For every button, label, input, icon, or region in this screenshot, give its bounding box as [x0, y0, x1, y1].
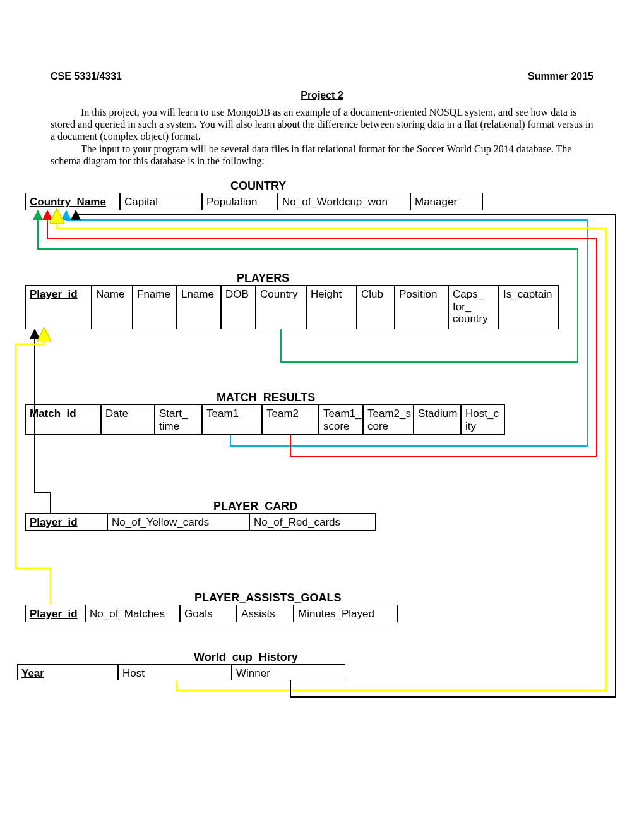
- pag-col-matches: No_of_Matches: [85, 605, 180, 622]
- country-col-manager: Manager: [410, 193, 483, 210]
- mr-col-stadium: Stadium: [414, 404, 461, 435]
- project-title: Project 2: [0, 90, 644, 101]
- players-col-club: Club: [357, 285, 395, 329]
- pag-col-player-id: Player_id: [25, 605, 85, 622]
- mr-col-match-id: Match_id: [25, 404, 101, 435]
- intro-paragraphs: In this project, you will learn to use M…: [51, 106, 593, 167]
- players-col-dob: DOB: [221, 285, 256, 329]
- players-col-fname: Fname: [133, 285, 177, 329]
- pc-col-player-id: Player_id: [25, 513, 107, 531]
- players-col-name: Name: [92, 285, 133, 329]
- player-card-title: PLAYER_CARD: [213, 500, 297, 513]
- pag-col-minutes: Minutes_Played: [294, 605, 398, 622]
- mr-col-host-city: Host_c ity: [461, 404, 505, 435]
- country-title: COUNTRY: [230, 179, 286, 193]
- arrow-pag-to-players: [16, 331, 51, 605]
- pc-col-red-cards: No_of_Red_cards: [249, 513, 376, 531]
- mr-col-date: Date: [101, 404, 155, 435]
- wch-col-year: Year: [17, 664, 118, 680]
- mr-col-team1-score: Team1_ score: [319, 404, 363, 435]
- country-col-capital: Capital: [120, 193, 202, 210]
- match-results-title: MATCH_RESULTS: [217, 391, 315, 404]
- players-col-height: Height: [306, 285, 357, 329]
- wch-col-host: Host: [118, 664, 232, 680]
- pag-col-goals: Goals: [180, 605, 237, 622]
- country-col-no-worldcup: No_of_Worldcup_won: [278, 193, 410, 210]
- term: Summer 2015: [528, 71, 593, 82]
- country-col-country-name: Country_Name: [25, 193, 120, 210]
- pc-col-yellow-cards: No_of_Yellow_cards: [107, 513, 249, 531]
- players-col-country: Country: [256, 285, 306, 329]
- players-col-position: Position: [395, 285, 448, 329]
- intro-p1: In this project, you will learn to use M…: [51, 106, 593, 143]
- wch-col-winner: Winner: [232, 664, 345, 680]
- pag-col-assists: Assists: [237, 605, 294, 622]
- players-col-lname: Lname: [177, 285, 221, 329]
- mr-col-start-time: Start_ time: [155, 404, 202, 435]
- mr-col-team2: Team2: [262, 404, 319, 435]
- mr-col-team1: Team1: [202, 404, 262, 435]
- pag-title: PLAYER_ASSISTS_GOALS: [194, 591, 341, 605]
- players-col-caps: Caps_ for_ country: [448, 285, 499, 329]
- intro-p2: The input to your program will be severa…: [51, 143, 593, 167]
- course-code: CSE 5331/4331: [51, 71, 122, 82]
- mr-col-team2-score: Team2_s core: [363, 404, 414, 435]
- players-col-iscaptain: Is_captain: [499, 285, 559, 329]
- wch-title: World_cup_History: [194, 651, 298, 664]
- players-title: PLAYERS: [237, 272, 289, 285]
- players-col-player-id: Player_id: [25, 285, 92, 329]
- country-col-population: Population: [202, 193, 278, 210]
